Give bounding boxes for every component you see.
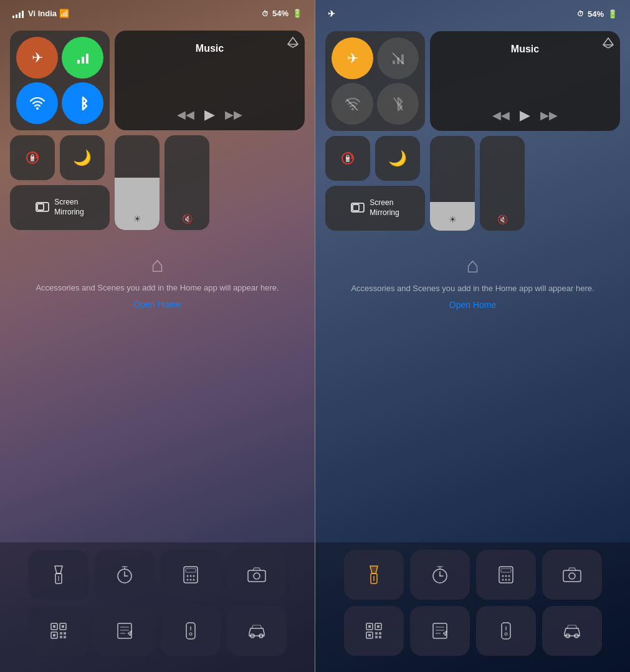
wifi-btn-right[interactable] [332, 83, 373, 125]
airplay-icon-left[interactable] [287, 37, 298, 50]
toolbar-row2-left [10, 606, 305, 656]
brightness-slider-left[interactable]: ☀ [115, 135, 160, 230]
connectivity-block-right: ✈ [325, 31, 425, 131]
timer-btn-left[interactable] [95, 550, 155, 600]
airplane-status-icon: ✈ [328, 9, 335, 19]
small-row-left: 🌙 [10, 135, 110, 180]
rotation-lock-btn-right[interactable] [325, 136, 370, 181]
flashlight-btn-left[interactable] [29, 550, 88, 600]
svg-rect-65 [501, 569, 511, 572]
screen-mirror-btn-left[interactable]: ScreenMirroring [10, 185, 110, 230]
sliders-left: ☀ 🔇 [115, 135, 209, 230]
flashlight-btn-right[interactable] [344, 550, 404, 600]
svg-rect-40 [186, 623, 195, 639]
remote-btn-left[interactable] [161, 606, 221, 656]
carrier-name: Vi India [28, 9, 57, 18]
notes-icon-left [117, 622, 133, 640]
status-right-left: ⏱ 54% 🔋 [262, 9, 302, 18]
airplane-btn-left[interactable]: ✈ [16, 37, 58, 79]
qr-btn-left[interactable] [29, 606, 88, 656]
airplane-btn-right[interactable]: ✈ [332, 37, 373, 79]
open-home-btn-left[interactable]: Open Home [134, 299, 181, 309]
volume-slider-right[interactable]: 🔇 [480, 136, 525, 231]
rotation-lock-btn-left[interactable] [10, 135, 55, 180]
toolbar-row1-left [10, 550, 305, 600]
music-forward-left[interactable]: ▶▶ [225, 108, 242, 122]
remote-btn-right[interactable] [476, 606, 536, 656]
car-btn-left[interactable] [227, 606, 287, 656]
svg-point-25 [254, 573, 260, 579]
qr-btn-right[interactable] [344, 606, 404, 656]
calculator-btn-left[interactable] [161, 550, 221, 600]
music-back-right[interactable]: ◀◀ [492, 108, 510, 122]
screen-mirror-row-right: ScreenMirroring [325, 186, 425, 231]
wifi-off-icon-right [345, 98, 360, 110]
clock-icon-right: ⏱ [577, 10, 584, 17]
battery-left: 54% [272, 9, 289, 18]
screen-mirror-btn-right[interactable]: ScreenMirroring [325, 186, 425, 231]
wifi-icon-left [30, 97, 45, 110]
screen-mirror-icon-left [36, 202, 49, 213]
battery-right: 54% [588, 9, 604, 19]
home-text-left: Accessories and Scenes you add in the Ho… [36, 282, 279, 294]
do-not-disturb-btn-left[interactable]: 🌙 [60, 135, 105, 180]
notes-btn-left[interactable] [95, 606, 155, 656]
camera-btn-right[interactable] [542, 550, 602, 600]
right-panel: ✈ ⏱ 54% 🔋 ✈ [315, 0, 630, 672]
notes-btn-right[interactable] [410, 606, 470, 656]
calculator-icon-left [183, 565, 199, 584]
status-bar-right: ✈ ⏱ 54% 🔋 [315, 0, 630, 24]
brightness-slider-right[interactable]: ☀ [430, 136, 475, 231]
volume-slider-left[interactable]: 🔇 [165, 135, 209, 230]
camera-btn-left[interactable] [227, 550, 287, 600]
timer-btn-right[interactable] [410, 550, 470, 600]
svg-point-71 [508, 579, 510, 581]
svg-point-68 [508, 575, 510, 577]
cellular-btn-right[interactable] [377, 37, 419, 79]
small-row-right: 🌙 [325, 136, 425, 181]
bluetooth-btn-left[interactable] [62, 82, 103, 124]
top-grid-right: ✈ [325, 31, 620, 131]
bottom-toolbar-right [315, 542, 630, 672]
open-home-btn-right[interactable]: Open Home [449, 300, 496, 310]
moon-icon-left: 🌙 [73, 149, 92, 166]
toolbar-row1-right [325, 550, 620, 600]
svg-point-70 [505, 579, 507, 581]
wifi-btn-left[interactable] [16, 82, 58, 124]
signal-bar-4 [22, 11, 24, 18]
signal-bar-3 [19, 12, 21, 18]
svg-rect-80 [375, 632, 378, 635]
cellular-btn-left[interactable] [62, 37, 103, 79]
bluetooth-off-icon-right [393, 97, 404, 112]
music-back-left[interactable]: ◀◀ [177, 108, 194, 122]
svg-rect-0 [77, 60, 80, 64]
svg-point-23 [193, 579, 194, 581]
airplay-svg-right [603, 37, 614, 49]
calculator-btn-right[interactable] [476, 550, 536, 600]
music-forward-right[interactable]: ▶▶ [540, 108, 558, 122]
remote-icon-right [500, 622, 512, 640]
toolbar-row2-right [325, 606, 620, 656]
camera-icon-left [247, 567, 267, 583]
cellular-icon-left [76, 51, 90, 65]
music-play-left[interactable]: ▶ [204, 107, 215, 123]
status-bar-left: Vi India 📶 ⏱ 54% 🔋 [0, 0, 315, 23]
connectivity-block-left: ✈ [10, 31, 110, 130]
music-block-right: Music ◀◀ ▶ ▶▶ [430, 31, 620, 131]
svg-point-69 [502, 579, 504, 581]
bluetooth-btn-right[interactable] [377, 83, 419, 125]
home-section-right: ⌂ Accessories and Scenes you add in the … [315, 246, 630, 317]
svg-rect-77 [368, 625, 371, 628]
signal-bar-2 [16, 14, 17, 18]
do-not-disturb-btn-right[interactable]: 🌙 [375, 136, 420, 181]
moon-icon-right: 🌙 [388, 150, 407, 167]
middle-area-right: 🌙 ScreenMirroring [325, 136, 620, 231]
airplay-icon-right[interactable] [603, 37, 614, 50]
wifi-icon-left: 📶 [59, 9, 69, 18]
car-btn-right[interactable] [542, 606, 602, 656]
signal-bar-1 [12, 16, 14, 18]
home-text-right: Accessories and Scenes you add in the Ho… [351, 282, 594, 295]
timer-icon-right [431, 565, 449, 584]
music-play-right[interactable]: ▶ [520, 107, 530, 123]
svg-rect-17 [186, 569, 196, 572]
